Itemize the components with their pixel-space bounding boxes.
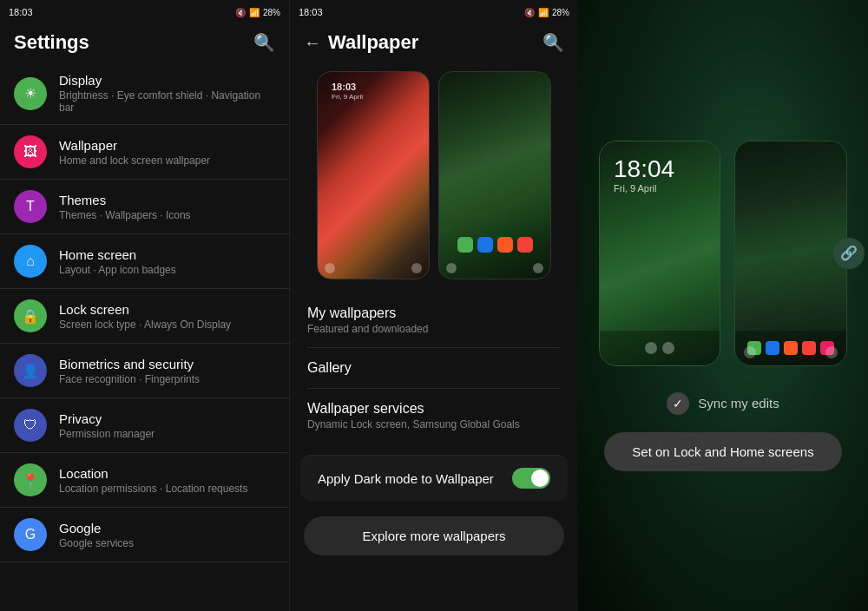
wallpaper-option-gallery[interactable]: Gallery xyxy=(290,348,578,388)
wallpaper-panel: 18:03 🔇 📶 28% ← Wallpaper 🔍 18:03 Fri, 9… xyxy=(289,0,578,611)
settings-item-location[interactable]: 📍 Location Location permissions · Locati… xyxy=(0,453,289,508)
dark-mode-toggle[interactable] xyxy=(512,468,550,489)
settings-title-privacy: Privacy xyxy=(59,411,155,426)
settings-icon-privacy: 🛡 xyxy=(14,409,47,442)
settings-icon-char-display: ☀ xyxy=(24,85,36,102)
lock-screen-preview[interactable]: 18:04 Fri, 9 April xyxy=(599,141,720,366)
settings-title-home_screen: Home screen xyxy=(59,247,176,262)
settings-title-wallpaper: Wallpaper xyxy=(59,138,210,153)
home-app-3 xyxy=(784,341,798,355)
settings-icon-char-biometrics: 👤 xyxy=(22,363,39,379)
status-bar-1: 18:03 🔇 📶 28% xyxy=(0,0,289,24)
wallpaper-header-left: ← Wallpaper xyxy=(304,31,418,54)
settings-item-themes[interactable]: T Themes Themes · Wallpapers · Icons xyxy=(0,180,289,234)
settings-text-privacy: Privacy Permission manager xyxy=(59,411,155,440)
settings-text-display: Display Brightness · Eye comfort shield … xyxy=(59,73,275,114)
app-icon-msg xyxy=(497,237,513,253)
link-icon: 🔗 xyxy=(833,238,865,269)
settings-text-lock_screen: Lock screen Screen lock type · Always On… xyxy=(59,302,231,331)
wallpaper-option-wallpaper_services[interactable]: Wallpaper services Dynamic Lock screen, … xyxy=(290,389,578,443)
settings-text-google: Google Google services xyxy=(59,521,134,549)
wallpaper-search-icon[interactable]: 🔍 xyxy=(542,32,564,53)
sync-check-icon: ✓ xyxy=(667,392,689,415)
settings-title-biometrics: Biometrics and security xyxy=(59,357,200,371)
settings-text-home_screen: Home screen Layout · App icon badges xyxy=(59,247,176,276)
settings-text-biometrics: Biometrics and security Face recognition… xyxy=(59,357,200,385)
wallpaper-option-my_wallpapers[interactable]: My wallpapers Featured and downloaded xyxy=(290,293,578,347)
settings-sub-lock_screen: Screen lock type · Always On Display xyxy=(59,319,231,331)
dark-mode-toggle-row[interactable]: Apply Dark mode to Wallpaper xyxy=(300,455,568,501)
status-icons-1: 🔇 📶 28% xyxy=(235,8,280,17)
mute-icon-2: 🔇 xyxy=(524,8,535,17)
wallpaper-option-title-my_wallpapers: My wallpapers xyxy=(307,306,561,321)
preview-panel: 18:04 Fri, 9 April 🔗 xyxy=(578,0,868,611)
settings-title: Settings xyxy=(14,31,89,54)
preview-nav-left[interactable] xyxy=(325,263,335,273)
preview-time-value: 18:04 xyxy=(614,155,674,183)
battery-2: 28% xyxy=(552,8,569,17)
settings-sub-google: Google services xyxy=(59,537,134,549)
status-time-1: 18:03 xyxy=(9,7,33,17)
settings-search-icon[interactable]: 🔍 xyxy=(253,32,275,53)
preview-home-nav-left[interactable] xyxy=(446,263,457,273)
mute-icon: 🔇 xyxy=(235,8,246,17)
status-bar-2: 18:03 🔇 📶 28% xyxy=(290,0,578,24)
settings-item-home_screen[interactable]: ⌂ Home screen Layout · App icon badges xyxy=(0,234,289,289)
explore-wallpapers-button[interactable]: Explore more wallpapers xyxy=(304,516,564,555)
back-button[interactable]: ← xyxy=(304,33,321,53)
wallpaper-option-sub-wallpaper_services: Dynamic Lock screen, Samsung Global Goal… xyxy=(307,418,561,430)
settings-panel: 18:03 🔇 📶 28% Settings 🔍 ☀ Display Brigh… xyxy=(0,0,289,611)
settings-icon-wallpaper: 🖼 xyxy=(14,135,47,168)
status-icons-2: 🔇 📶 28% xyxy=(524,8,569,17)
settings-text-wallpaper: Wallpaper Home and lock screen wallpaper xyxy=(59,138,210,167)
settings-icon-lock_screen: 🔒 xyxy=(14,299,47,332)
wallpaper-option-title-wallpaper_services: Wallpaper services xyxy=(307,401,561,417)
settings-list: ☀ Display Brightness · Eye comfort shiel… xyxy=(0,62,289,611)
app-icon-phone xyxy=(457,237,473,253)
home-screen-preview[interactable] xyxy=(734,141,847,366)
app-icon-yt xyxy=(517,237,533,253)
wallpaper-title: Wallpaper xyxy=(328,31,418,54)
settings-item-lock_screen[interactable]: 🔒 Lock screen Screen lock type · Always … xyxy=(0,289,289,344)
home-nav-right xyxy=(825,346,838,358)
preview-phones: 18:04 Fri, 9 April 🔗 xyxy=(599,141,847,366)
lock-btn-left xyxy=(645,342,657,354)
wallpaper-preview-home[interactable] xyxy=(438,71,551,279)
settings-item-privacy[interactable]: 🛡 Privacy Permission manager xyxy=(0,398,289,453)
home-app-4 xyxy=(802,341,816,355)
settings-icon-themes: T xyxy=(14,190,47,223)
settings-icon-char-themes: T xyxy=(26,199,35,214)
home-nav-left xyxy=(744,346,756,358)
settings-icon-char-privacy: 🛡 xyxy=(23,417,37,433)
app-icon-chat xyxy=(477,237,493,253)
preview-nav-right[interactable] xyxy=(411,263,422,273)
battery-1: 28% xyxy=(263,8,280,17)
set-wallpaper-button[interactable]: Set on Lock and Home screens xyxy=(604,432,841,471)
toggle-knob xyxy=(531,470,549,487)
explore-btn-wrap: Explore more wallpapers xyxy=(290,508,578,569)
preview-date-value: Fri, 9 April xyxy=(614,183,674,194)
settings-item-wallpaper[interactable]: 🖼 Wallpaper Home and lock screen wallpap… xyxy=(0,125,289,180)
settings-icon-char-location: 📍 xyxy=(22,472,39,489)
settings-item-biometrics[interactable]: 👤 Biometrics and security Face recogniti… xyxy=(0,344,289,398)
settings-sub-home_screen: Layout · App icon badges xyxy=(59,264,176,276)
preview-lock-time: 18:03 Fri, 9 April xyxy=(325,77,370,106)
settings-title-lock_screen: Lock screen xyxy=(59,302,231,317)
settings-text-location: Location Location permissions · Location… xyxy=(59,466,247,495)
settings-title-display: Display xyxy=(59,73,275,88)
lock-wallpaper: 18:04 Fri, 9 April xyxy=(600,141,720,365)
settings-icon-biometrics: 👤 xyxy=(14,354,47,387)
lock-btn-right xyxy=(662,342,674,354)
settings-header: Settings 🔍 xyxy=(0,24,289,62)
sync-edits-row[interactable]: ✓ Sync my edits xyxy=(667,392,779,415)
settings-item-google[interactable]: G Google Google services xyxy=(0,508,289,562)
preview-home-nav-right[interactable] xyxy=(533,263,543,273)
settings-sub-themes: Themes · Wallpapers · Icons xyxy=(59,209,191,221)
wallpaper-preview-lock[interactable]: 18:03 Fri, 9 April xyxy=(317,71,430,279)
settings-item-display[interactable]: ☀ Display Brightness · Eye comfort shiel… xyxy=(0,62,289,125)
wifi-icon: 📶 xyxy=(249,8,260,17)
wifi-icon-2: 📶 xyxy=(538,8,549,17)
settings-sub-biometrics: Face recognition · Fingerprints xyxy=(59,373,200,385)
wallpaper-option-sub-my_wallpapers: Featured and downloaded xyxy=(307,323,561,335)
settings-icon-location: 📍 xyxy=(14,463,47,496)
